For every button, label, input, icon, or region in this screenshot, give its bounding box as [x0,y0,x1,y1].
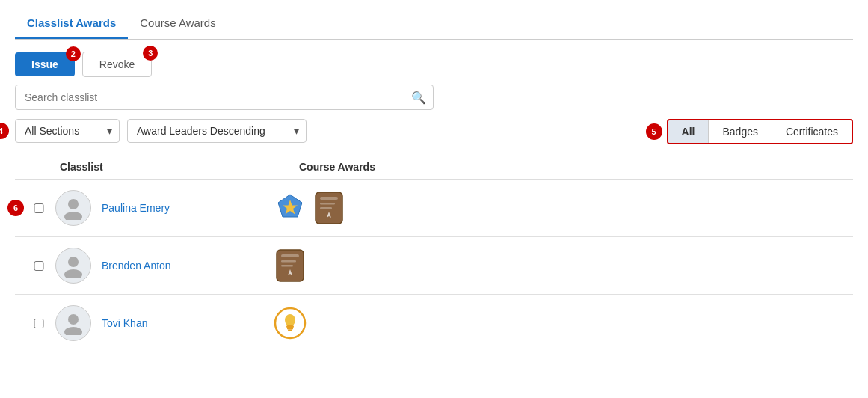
row-2-name[interactable]: Brenden Anton [102,260,274,272]
svg-point-0 [68,199,79,209]
search-row: 🔍 [15,85,853,110]
award-type-tabs: All Badges Certificates [667,119,853,144]
tab-course-awards-label: Course Awards [140,16,215,29]
svg-rect-14 [281,265,293,267]
row-1-avatar [55,190,91,226]
svg-point-19 [285,314,295,326]
row-3-checkbox[interactable] [30,319,48,328]
row-3-name[interactable]: Tovi Khan [102,317,274,329]
sections-select[interactable]: All Sections [15,119,120,143]
svg-rect-6 [320,203,335,205]
row-badge-6: 6 [7,200,24,216]
table-header: Classlist Course Awards [15,155,853,180]
row-1-name[interactable]: Paulina Emery [102,202,274,214]
row-2-awards [274,249,307,282]
search-icon: 🔍 [411,91,426,105]
award-tab-all[interactable]: All [668,120,710,143]
award-pentagon-star [274,192,307,224]
revoke-badge: 3 [143,46,158,61]
table-row: Tovi Khan [15,295,853,352]
search-input[interactable] [15,85,434,110]
filter-right: 5 All Badges Certificates [667,119,853,144]
row-2-checkbox[interactable] [30,261,48,271]
row-3-awards [274,307,307,340]
filter-dropdowns: All Sections Award Leaders Descending [15,119,307,143]
book-icon [314,191,344,225]
pentagon-star-icon [274,192,307,224]
award-lightbulb [274,307,307,340]
sort-select-wrapper: Award Leaders Descending [127,119,307,143]
col-awards-header: Course Awards [299,161,853,173]
toolbar: Issue 2 Revoke 3 [15,52,853,77]
svg-point-17 [64,327,82,335]
row-1-awards [274,192,345,224]
sections-select-wrapper: All Sections [15,119,120,143]
book-icon-2 [275,248,305,283]
svg-point-10 [64,269,82,278]
avatar-icon [61,254,85,278]
svg-point-1 [64,212,82,220]
svg-rect-22 [288,330,292,331]
sort-select[interactable]: Award Leaders Descending [127,119,307,143]
svg-rect-7 [320,207,332,209]
filter-badge-5: 5 [646,123,662,140]
lightbulb-icon [274,307,307,340]
award-tab-badges[interactable]: Badges [709,120,772,143]
svg-point-16 [68,314,79,325]
row-1-checkbox[interactable] [30,203,48,213]
svg-rect-5 [320,197,338,200]
award-book-2 [274,249,307,282]
svg-point-9 [68,257,79,267]
award-tab-certificates[interactable]: Certificates [772,120,852,143]
tab-classlist-awards-label: Classlist Awards [27,16,116,29]
tab-bar: Classlist Awards Course Awards [15,0,853,40]
award-book [313,192,345,224]
avatar-icon [61,311,85,335]
svg-rect-21 [287,328,293,330]
filter-badge-4: 4 [0,123,9,139]
row-3-avatar [55,305,91,341]
svg-rect-20 [286,325,294,328]
tab-course-awards[interactable]: Course Awards [128,9,227,39]
avatar-icon [61,196,85,220]
table-row: 6 Paulina Emery [15,180,853,237]
issue-badge: 2 [66,46,81,61]
tab-classlist-awards[interactable]: Classlist Awards [15,9,128,39]
filter-left: 4 All Sections Award Leaders Descending [15,119,307,143]
revoke-button[interactable]: Revoke [82,52,152,77]
svg-rect-12 [281,254,299,257]
col-classlist-header: Classlist [60,161,299,173]
filter-area: 4 All Sections Award Leaders Descending [15,119,853,144]
row-2-avatar [55,248,91,284]
table-row: Brenden Anton [15,237,853,295]
svg-rect-13 [281,260,296,263]
